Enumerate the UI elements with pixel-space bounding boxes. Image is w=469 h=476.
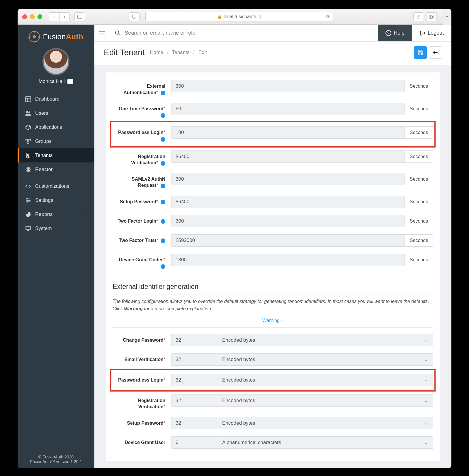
logout-icon (420, 31, 425, 36)
duration-input[interactable] (171, 126, 405, 139)
info-icon[interactable]: i (161, 238, 165, 243)
shield-icon (132, 14, 137, 19)
sidebar-item-label: Dashboard (35, 96, 60, 102)
topbar: ? Help Logout (94, 25, 451, 42)
field-label: Passwordless Login* i (113, 126, 165, 142)
users-icon (25, 110, 31, 116)
length-input[interactable] (171, 394, 218, 407)
chevron-left-icon: ‹ (87, 184, 88, 188)
sidebar-item-settings[interactable]: Settings ‹ (18, 193, 94, 207)
svg-point-8 (26, 111, 28, 113)
encoding-select[interactable]: Encoded bytes (218, 417, 433, 429)
reload-icon[interactable]: ⟳ (326, 14, 330, 19)
tabs-button[interactable] (426, 12, 437, 21)
main-column: ? Help Logout Edit Tenant Home / Tenants… (94, 25, 451, 468)
maximize-window-button[interactable] (38, 14, 42, 19)
field-label: Device Grant Codes* i (113, 254, 165, 269)
generator-row: Device Grant User Alphanumerical charact… (113, 433, 433, 452)
share-icon (417, 14, 421, 19)
save-button[interactable] (414, 46, 427, 59)
sidebar-item-label: Tenants (35, 153, 53, 158)
field-wrap: Seconds (171, 173, 433, 185)
crumb-home[interactable]: Home (150, 50, 163, 55)
encoding-select[interactable]: Encoded bytes (218, 374, 433, 386)
info-icon[interactable]: i (161, 137, 165, 142)
sidebar-item-tenants[interactable]: Tenants (18, 148, 94, 162)
duration-input[interactable] (171, 215, 405, 227)
field-wrap: Seconds (171, 234, 433, 247)
sidebar-item-applications[interactable]: Applications (18, 120, 94, 134)
undo-button[interactable] (429, 46, 442, 59)
info-icon[interactable]: i (161, 264, 165, 269)
encoding-select[interactable]: Encoded bytes (218, 334, 433, 346)
forward-button[interactable]: › (59, 12, 70, 21)
help-button[interactable]: ? Help (378, 25, 412, 41)
length-input[interactable] (171, 334, 218, 346)
info-icon[interactable]: i (161, 161, 165, 166)
duration-input[interactable] (171, 80, 405, 92)
duration-input[interactable] (171, 173, 405, 185)
crumb-tenants[interactable]: Tenants (172, 50, 190, 55)
sidebar-item-system[interactable]: System ‹ (18, 221, 94, 236)
search-input[interactable] (125, 30, 372, 36)
hamburger-button[interactable] (94, 25, 109, 41)
sidebar-toggle-button[interactable] (74, 12, 85, 21)
back-button[interactable]: ‹ (49, 12, 59, 21)
sidebar-item-customizations[interactable]: Customizations ‹ (18, 179, 94, 193)
hamburger-icon (99, 31, 105, 35)
duration-input[interactable] (171, 254, 405, 266)
monitor-icon (25, 226, 31, 231)
content-area: External Authentication* i Seconds One T… (94, 65, 451, 468)
logout-button[interactable]: Logout (412, 25, 451, 41)
encoding-select[interactable]: Encoded bytes (218, 394, 433, 407)
logo-text: FusionAuth (43, 32, 83, 41)
warning-toggle-row: Warning (113, 315, 433, 328)
building-icon (25, 153, 31, 158)
sidebar-nav: Dashboard Users Applications Groups Tena… (18, 92, 94, 236)
encoding-select[interactable]: Encoded bytes (218, 353, 433, 366)
sidebar-item-reports[interactable]: Reports ‹ (18, 207, 94, 221)
minimize-window-button[interactable] (30, 14, 35, 19)
field-wrap: Seconds (171, 215, 433, 227)
field-label: One Time Password* i (113, 103, 165, 118)
address-bar[interactable]: 🔒 local.fusionauth.io ⟳ (145, 12, 333, 21)
search-icon (115, 30, 120, 36)
privacy-button[interactable] (129, 12, 140, 21)
duration-input[interactable] (171, 196, 405, 208)
svg-point-35 (115, 31, 119, 34)
sidebar-item-label: Settings (35, 197, 53, 203)
lock-icon: 🔒 (217, 14, 222, 19)
close-window-button[interactable] (22, 14, 27, 19)
generator-row: Setup Password* Encoded bytes (113, 414, 433, 433)
svg-line-36 (119, 34, 120, 35)
info-icon[interactable]: i (161, 219, 165, 224)
length-input[interactable] (171, 436, 218, 449)
new-tab-button[interactable]: + (443, 9, 451, 25)
info-icon[interactable]: i (161, 91, 165, 95)
sidebar-item-reactor[interactable]: Reactor (18, 162, 94, 177)
svg-point-28 (27, 201, 28, 202)
avatar (43, 48, 69, 75)
chevron-left-icon: ‹ (87, 212, 88, 216)
info-icon[interactable]: i (161, 113, 165, 118)
groups-icon (25, 138, 31, 144)
info-icon[interactable]: i (161, 184, 165, 188)
duration-input[interactable] (171, 150, 405, 163)
length-input[interactable] (171, 353, 218, 366)
info-icon[interactable]: i (161, 200, 165, 204)
encoding-select[interactable]: Alphanumerical characters (218, 436, 433, 449)
sidebar-item-users[interactable]: Users (18, 106, 94, 120)
share-button[interactable] (413, 12, 424, 21)
warning-toggle[interactable]: Warning (262, 318, 283, 323)
duration-input[interactable] (171, 103, 405, 115)
duration-input[interactable] (171, 234, 405, 247)
user-profile[interactable]: Monica Hall (18, 46, 94, 90)
logo[interactable]: FusionAuth (18, 25, 94, 46)
duration-row: Setup Password* i Seconds (113, 192, 433, 211)
field-wrap: Seconds (171, 80, 433, 92)
id-card-icon (67, 79, 73, 84)
length-input[interactable] (171, 374, 218, 386)
sidebar-item-dashboard[interactable]: Dashboard (18, 92, 94, 106)
length-input[interactable] (171, 417, 218, 429)
sidebar-item-groups[interactable]: Groups (18, 134, 94, 148)
